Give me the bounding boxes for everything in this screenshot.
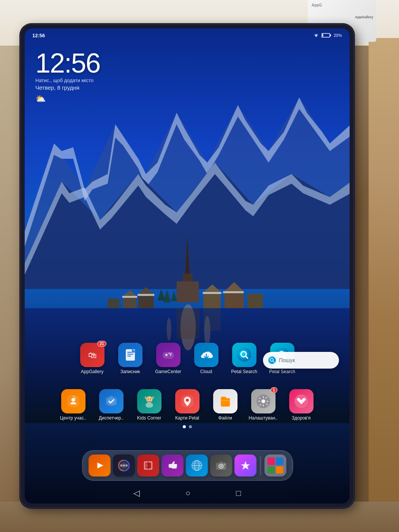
svg-rect-29 bbox=[177, 308, 200, 339]
svg-point-57 bbox=[71, 398, 75, 402]
dock-camera[interactable] bbox=[210, 454, 232, 477]
svg-rect-41 bbox=[163, 352, 174, 359]
svg-point-61 bbox=[146, 402, 153, 408]
dock-themes[interactable] bbox=[161, 454, 183, 477]
dock bbox=[82, 450, 293, 481]
dock-browser[interactable] bbox=[185, 454, 207, 477]
dock-video[interactable] bbox=[88, 454, 110, 477]
dock-books[interactable] bbox=[137, 454, 159, 477]
battery-percent: 20% bbox=[334, 33, 342, 38]
participant-icon bbox=[61, 389, 86, 413]
clock-widget: 12:56 Натис., щоб додати місто Четвер, 8… bbox=[35, 49, 100, 104]
nav-home-button[interactable]: ○ bbox=[185, 488, 190, 498]
app-gamecenter[interactable]: GameCenter bbox=[153, 343, 184, 374]
svg-rect-10 bbox=[123, 297, 136, 310]
app-kidscorner[interactable]: Kids Corner bbox=[134, 389, 165, 421]
desk-right-surface bbox=[369, 38, 399, 502]
appgallery-label: AppGallery bbox=[81, 369, 103, 374]
dock-music[interactable] bbox=[112, 454, 135, 477]
svg-point-59 bbox=[147, 399, 149, 400]
app-files[interactable]: Файли bbox=[210, 389, 241, 421]
svg-rect-21 bbox=[138, 294, 154, 296]
svg-point-46 bbox=[168, 353, 170, 354]
status-icons: 20% bbox=[313, 33, 342, 38]
page-dot-1 bbox=[183, 425, 186, 428]
svg-rect-38 bbox=[127, 356, 131, 356]
settings-badge: 1 bbox=[271, 387, 277, 393]
svg-rect-37 bbox=[127, 354, 133, 355]
scene: AppG bbox=[0, 0, 399, 532]
svg-rect-8 bbox=[138, 295, 154, 310]
app-participant[interactable]: Центр учас.. bbox=[58, 389, 89, 421]
svg-point-84 bbox=[220, 466, 222, 467]
app-mapspetal[interactable]: Карти Petal bbox=[172, 389, 203, 421]
mapspetal-icon bbox=[175, 389, 200, 413]
svg-rect-32 bbox=[330, 35, 331, 36]
settings-icon bbox=[251, 389, 276, 413]
participant-label: Центр учас.. bbox=[60, 415, 86, 421]
svg-rect-33 bbox=[322, 34, 323, 37]
svg-rect-24 bbox=[223, 291, 244, 293]
clock-subtitle: Натис., щоб додати місто bbox=[35, 78, 100, 83]
gamecenter-label: GameCenter bbox=[155, 369, 181, 374]
svg-point-28 bbox=[167, 318, 171, 340]
nav-back-button[interactable]: ◁ bbox=[133, 488, 140, 498]
dock-folder[interactable] bbox=[264, 454, 286, 477]
files-label: Файли bbox=[218, 415, 232, 421]
svg-point-63 bbox=[186, 399, 189, 402]
app-dispatcher[interactable]: Диспетчер.. bbox=[96, 389, 127, 421]
svg-rect-23 bbox=[203, 292, 221, 294]
clock-date: Четвер, 8 грудня bbox=[35, 84, 100, 91]
tablet: 12:56 20% bbox=[21, 25, 353, 507]
page-dot-2 bbox=[189, 425, 192, 428]
cloud-label: Cloud bbox=[200, 369, 212, 374]
dispatcher-label: Диспетчер.. bbox=[99, 415, 124, 421]
app-petalsearch[interactable]: Petal Search bbox=[229, 343, 260, 374]
svg-point-47 bbox=[170, 353, 172, 354]
dock-celia[interactable] bbox=[234, 454, 256, 477]
app-notes[interactable]: Записник bbox=[115, 343, 146, 374]
petalsearch-label: Petal Search bbox=[231, 369, 257, 374]
app-health[interactable]: Здоров'я bbox=[286, 389, 317, 421]
petal-search-widget[interactable]: Пошук bbox=[263, 352, 339, 369]
page-dots bbox=[183, 425, 192, 428]
app-cloud[interactable]: Cloud bbox=[191, 343, 222, 374]
cloud-icon bbox=[194, 343, 218, 367]
svg-rect-45 bbox=[170, 354, 171, 356]
clock-time: 12:56 bbox=[35, 49, 100, 77]
svg-text:🛍: 🛍 bbox=[88, 350, 97, 360]
mapspetal-label: Карти Petal bbox=[175, 415, 199, 421]
battery-icon bbox=[321, 33, 331, 38]
svg-point-60 bbox=[150, 399, 151, 400]
svg-rect-22 bbox=[122, 296, 137, 298]
svg-point-85 bbox=[224, 464, 225, 465]
dock-divider bbox=[260, 456, 260, 475]
health-icon bbox=[289, 389, 314, 413]
svg-marker-67 bbox=[97, 462, 103, 469]
files-icon bbox=[213, 389, 238, 413]
kidscorner-label: Kids Corner bbox=[137, 415, 161, 421]
kidscorner-icon bbox=[137, 389, 162, 413]
svg-rect-13 bbox=[203, 293, 220, 310]
health-label: Здоров'я bbox=[292, 415, 310, 421]
app-appgallery[interactable]: 🛍 21 AppGallery bbox=[77, 343, 108, 374]
svg-point-48 bbox=[238, 348, 251, 362]
nav-bar: ◁ ○ □ bbox=[25, 483, 350, 504]
svg-rect-30 bbox=[203, 308, 220, 331]
gamecenter-icon bbox=[156, 343, 180, 367]
nav-recents-button[interactable]: □ bbox=[236, 488, 241, 498]
petalsearch-icon bbox=[232, 343, 256, 367]
svg-point-70 bbox=[123, 465, 124, 466]
status-bar: 12:56 20% bbox=[25, 28, 350, 42]
svg-line-55 bbox=[273, 361, 274, 363]
svg-rect-7 bbox=[177, 281, 199, 302]
svg-point-65 bbox=[261, 399, 265, 403]
petal-search-placeholder: Пошук bbox=[279, 357, 295, 363]
notes-label: Записник bbox=[120, 369, 140, 374]
svg-point-72 bbox=[125, 464, 127, 467]
screen: 12:56 20% bbox=[25, 28, 350, 504]
petalsearch2-label: Petal Search bbox=[269, 369, 295, 374]
app-settings[interactable]: 1 Налаштуван.. bbox=[248, 389, 279, 421]
notes-icon bbox=[118, 343, 142, 367]
weather-icon: ⛅ bbox=[35, 94, 100, 104]
